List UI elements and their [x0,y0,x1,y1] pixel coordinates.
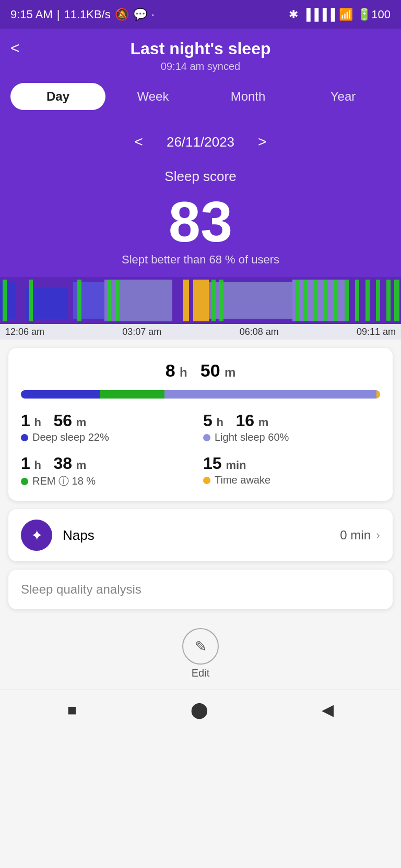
status-bar: 9:15 AM | 11.1KB/s 🔕 💬 · ✱ ▐▐▐▐ 📶 🔋100 [0,0,401,29]
rem-sleep-bar [100,390,164,399]
deep-sleep-dot [21,434,28,441]
edit-button[interactable]: ✎ Edit [182,628,219,679]
back-button[interactable]: < [10,39,20,57]
deep-sleep-bar [21,390,100,399]
sleep-score-value: 83 [10,190,391,253]
awake-bar [376,390,380,399]
sleep-quality-label: Sleep quality analysis [21,582,380,597]
minutes-unit: m [225,365,235,379]
tab-year[interactable]: Year [296,83,391,110]
chart-visualization [0,277,401,324]
deep-sleep-stat: 1 h 56 m Deep sleep 22% [21,411,198,443]
svg-rect-16 [303,280,307,321]
sleep-total: 8 h 50 m [21,360,380,381]
svg-rect-12 [211,280,216,321]
awake-stat: 15 min Time awake [203,454,380,488]
light-sleep-stat: 5 h 16 m Light sleep 60% [203,411,380,443]
tab-week[interactable]: Week [105,83,200,110]
naps-chevron-icon: › [376,528,380,542]
svg-rect-9 [183,280,189,321]
chart-time-4: 09:11 am [357,327,396,337]
svg-rect-7 [107,280,111,321]
hours-unit: h [180,365,187,379]
tab-bar: Day Week Month Year [0,73,401,115]
svg-rect-6 [104,280,172,321]
edit-icon: ✎ [195,638,207,655]
naps-icon: ✦ [21,520,52,551]
tab-day[interactable]: Day [10,83,105,110]
total-hours: 8 [166,360,175,380]
deep-sleep-value: 1 h 56 m [21,411,198,430]
stats-grid: 1 h 56 m Deep sleep 22% 5 h 16 m [21,411,380,488]
svg-rect-1 [3,280,7,321]
status-left: 9:15 AM | 11.1KB/s 🔕 💬 · [10,8,155,21]
svg-rect-25 [394,280,399,321]
awake-dot [203,477,210,484]
chart-times: 12:06 am 03:07 am 06:08 am 09:11 am [0,324,401,340]
naps-star-icon: ✦ [31,527,43,544]
mute-icon: 🔕 [115,8,129,21]
nav-square-button[interactable]: ■ [67,701,77,719]
edit-label: Edit [192,667,209,679]
signal-icon: ▐▐▐▐ [302,8,335,21]
chart-time-2: 03:07 am [122,327,161,337]
status-speed: 11.1KB/s [64,8,110,21]
battery-icon: 🔋100 [357,8,391,21]
nav-bar: ■ ⬤ ◀ [0,690,401,729]
svg-rect-17 [313,280,317,321]
rem-sleep-value: 1 h 38 m [21,454,198,473]
status-time: 9:15 AM [10,8,53,21]
chart-time-1: 12:06 am [5,327,44,337]
light-sleep-bar [164,390,376,399]
svg-rect-21 [355,280,359,321]
date-navigation: < 26/11/2023 > [0,115,401,163]
svg-rect-3 [29,280,33,321]
status-right: ✱ ▐▐▐▐ 📶 🔋100 [289,8,391,21]
message-icon: 💬 [133,8,147,21]
prev-date-button[interactable]: < [127,131,151,153]
rem-sleep-label: REM ⓘ 18 % [21,474,198,488]
sleep-details-card: 8 h 50 m 1 h 56 m Deep sleep 22% [8,348,393,501]
tab-month[interactable]: Month [200,83,296,110]
next-date-button[interactable]: > [250,131,274,153]
sleep-score-section: Sleep score 83 Slept better than 68 % of… [0,163,401,277]
naps-label: Naps [63,527,340,544]
svg-rect-15 [295,280,299,321]
naps-value: 0 min [340,528,371,542]
header: < Last night's sleep 09:14 am synced [0,29,401,73]
svg-rect-23 [376,280,380,321]
svg-rect-8 [115,280,119,321]
edit-circle: ✎ [182,628,219,665]
status-network: | [57,8,60,21]
rem-sleep-dot [21,478,28,485]
current-date: 26/11/2023 [167,134,234,150]
sleep-score-subtitle: Slept better than 68 % of users [10,253,391,277]
bluetooth-icon: ✱ [289,8,298,21]
awake-label: Time awake [203,474,380,486]
svg-rect-10 [193,280,209,321]
chart-time-3: 06:08 am [240,327,279,337]
total-minutes: 50 [200,360,220,380]
light-sleep-dot [203,434,210,441]
svg-rect-13 [219,280,223,321]
svg-rect-5 [77,280,81,321]
sync-status: 09:14 am synced [31,61,370,73]
svg-rect-0 [0,282,16,319]
svg-rect-18 [324,280,328,321]
awake-value: 15 min [203,454,380,473]
sleep-progress-bar [21,390,380,399]
light-sleep-value: 5 h 16 m [203,411,380,430]
sleep-chart: 12:06 am 03:07 am 06:08 am 09:11 am [0,277,401,340]
naps-card[interactable]: ✦ Naps 0 min › [8,509,393,561]
nav-home-button[interactable]: ⬤ [191,701,208,719]
rem-sleep-stat: 1 h 38 m REM ⓘ 18 % [21,454,198,488]
sleep-quality-card: Sleep quality analysis [8,570,393,609]
dot-icon: · [151,8,155,21]
svg-rect-24 [386,280,391,321]
page-title: Last night's sleep [31,39,370,58]
deep-sleep-label: Deep sleep 22% [21,431,198,443]
svg-rect-22 [365,280,370,321]
svg-rect-20 [345,280,349,321]
bottom-area: ✎ Edit [0,618,401,690]
nav-back-button[interactable]: ◀ [322,701,334,719]
